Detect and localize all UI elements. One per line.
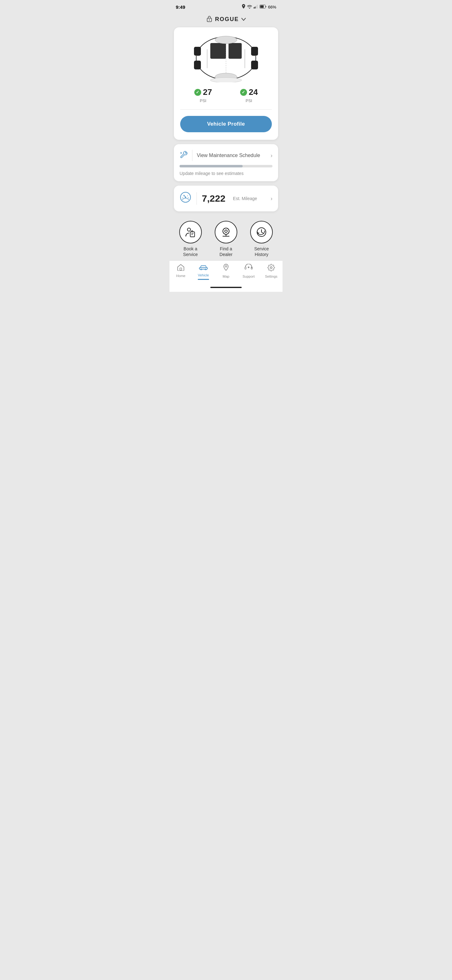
speedometer-icon bbox=[179, 191, 192, 206]
svg-point-35 bbox=[225, 266, 227, 267]
nav-item-settings[interactable]: Settings bbox=[262, 264, 281, 278]
find-dealer-label: Find aDealer bbox=[219, 246, 232, 257]
maintenance-v-divider bbox=[192, 150, 192, 161]
nav-item-home[interactable]: Home bbox=[171, 264, 190, 278]
maintenance-arrow-icon: › bbox=[271, 152, 273, 159]
chevron-down-icon[interactable] bbox=[241, 17, 246, 22]
home-icon bbox=[177, 264, 185, 273]
settings-nav-icon bbox=[267, 264, 275, 273]
battery-icon bbox=[260, 5, 266, 10]
maintenance-card[interactable]: View Maintenance Schedule › Update milea… bbox=[174, 144, 278, 181]
nav-label-settings: Settings bbox=[265, 275, 278, 278]
svg-rect-18 bbox=[194, 47, 201, 56]
svg-rect-26 bbox=[190, 232, 195, 237]
svg-point-27 bbox=[223, 228, 229, 234]
svg-point-38 bbox=[248, 267, 249, 268]
vehicle-nav-icon bbox=[199, 264, 208, 272]
battery-percent: 66% bbox=[268, 5, 276, 10]
maintenance-title: View Maintenance Schedule bbox=[197, 153, 260, 158]
book-service-icon-circle bbox=[179, 221, 202, 243]
app-header: ROGUE bbox=[170, 13, 282, 27]
svg-rect-2 bbox=[256, 6, 257, 8]
front-right-value: ✓ 24 bbox=[240, 88, 258, 97]
svg-point-28 bbox=[225, 230, 227, 232]
action-book-service[interactable]: Book aService bbox=[175, 221, 206, 257]
svg-point-39 bbox=[270, 267, 272, 269]
svg-point-24 bbox=[185, 197, 186, 198]
svg-point-33 bbox=[201, 269, 202, 270]
front-left-unit: PSI bbox=[200, 98, 206, 103]
status-time: 9:49 bbox=[176, 5, 185, 10]
svg-rect-5 bbox=[260, 5, 264, 8]
mileage-card[interactable]: 7,222 Est. Mileage › bbox=[174, 186, 278, 212]
quick-actions: Book aService Find aDealer ServiceHistor… bbox=[170, 216, 282, 260]
nav-label-vehicle: Vehicle bbox=[198, 273, 209, 277]
action-find-dealer[interactable]: Find aDealer bbox=[210, 221, 242, 257]
svg-point-22 bbox=[210, 78, 242, 82]
nav-label-home: Home bbox=[176, 274, 185, 278]
nav-item-vehicle[interactable]: Vehicle bbox=[194, 264, 213, 280]
svg-point-34 bbox=[205, 269, 206, 270]
service-history-icon-circle bbox=[250, 221, 273, 243]
map-nav-icon bbox=[222, 264, 230, 273]
svg-point-11 bbox=[215, 36, 237, 44]
svg-rect-1 bbox=[255, 6, 255, 8]
tire-pressure-front-left: ✓ 27 PSI bbox=[194, 88, 212, 103]
wrench-icon bbox=[179, 150, 188, 161]
status-bar: 9:49 66% bbox=[170, 0, 282, 13]
svg-rect-19 bbox=[194, 60, 201, 69]
service-history-label: ServiceHistory bbox=[254, 246, 269, 257]
nav-item-map[interactable]: Map bbox=[217, 264, 235, 278]
book-service-label: Book aService bbox=[183, 246, 198, 257]
status-icons: 66% bbox=[242, 4, 276, 10]
svg-rect-10 bbox=[228, 43, 242, 59]
nav-item-support[interactable]: Support bbox=[239, 264, 258, 278]
vehicle-card: ✓ 27 PSI ✓ 24 PSI Vehicle Profile bbox=[174, 27, 278, 140]
mileage-label: Est. Mileage bbox=[233, 196, 257, 201]
mileage-value: 7,222 bbox=[202, 193, 225, 204]
svg-rect-36 bbox=[245, 267, 246, 269]
nav-active-indicator bbox=[198, 279, 209, 280]
action-service-history[interactable]: ServiceHistory bbox=[246, 221, 277, 257]
mileage-arrow-icon: › bbox=[271, 196, 273, 202]
maintenance-progress-fill bbox=[179, 165, 243, 167]
lock-icon bbox=[206, 15, 213, 24]
maintenance-header: View Maintenance Schedule › bbox=[179, 150, 273, 161]
main-content: ✓ 27 PSI ✓ 24 PSI Vehicle Profile bbox=[170, 27, 282, 216]
nav-label-support: Support bbox=[243, 275, 255, 278]
tire-pressure-front-right: ✓ 24 PSI bbox=[240, 88, 258, 103]
maintenance-subtext: Update mileage to see estimates bbox=[179, 171, 244, 176]
svg-rect-9 bbox=[210, 43, 226, 59]
support-nav-icon bbox=[244, 264, 253, 273]
svg-rect-20 bbox=[251, 47, 258, 56]
vehicle-name: ROGUE bbox=[215, 16, 239, 22]
car-top-view bbox=[188, 33, 264, 82]
find-dealer-icon-circle bbox=[215, 221, 237, 243]
signal-icon bbox=[254, 5, 258, 10]
vehicle-profile-button[interactable]: Vehicle Profile bbox=[180, 116, 272, 132]
svg-point-25 bbox=[187, 228, 190, 231]
bottom-navigation: Home Vehicle Map bbox=[170, 260, 282, 282]
location-icon bbox=[242, 4, 246, 10]
tire-pressures: ✓ 27 PSI ✓ 24 PSI bbox=[180, 88, 272, 103]
maintenance-progress-bg bbox=[179, 165, 273, 167]
svg-point-7 bbox=[209, 19, 210, 21]
front-left-value: ✓ 27 bbox=[194, 88, 212, 97]
svg-rect-0 bbox=[254, 7, 255, 8]
front-right-unit: PSI bbox=[246, 98, 252, 103]
home-indicator bbox=[210, 287, 242, 288]
svg-rect-3 bbox=[257, 5, 258, 8]
check-icon-fr: ✓ bbox=[240, 89, 247, 96]
card-divider bbox=[180, 109, 272, 110]
svg-rect-31 bbox=[180, 268, 182, 270]
nav-label-map: Map bbox=[222, 275, 229, 278]
mileage-v-divider bbox=[197, 192, 197, 205]
car-image-wrapper bbox=[180, 33, 272, 82]
check-icon-fl: ✓ bbox=[194, 89, 201, 96]
svg-rect-21 bbox=[251, 60, 258, 69]
wifi-icon bbox=[247, 5, 252, 10]
